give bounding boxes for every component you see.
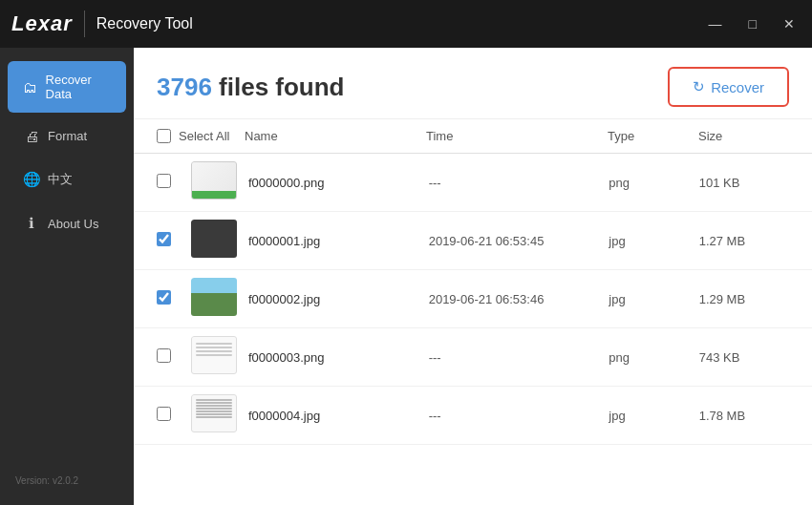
thumbnail-img bbox=[191, 278, 237, 316]
window-controls: — □ ✕ bbox=[703, 12, 801, 35]
row-type: png bbox=[609, 176, 698, 190]
sidebar-item-about[interactable]: ℹ About Us bbox=[8, 203, 126, 243]
row-4-checkbox[interactable] bbox=[157, 407, 171, 421]
row-filename: f0000001.jpg bbox=[245, 234, 429, 248]
row-type: jpg bbox=[609, 292, 698, 306]
select-all-wrap: Select All bbox=[157, 129, 243, 143]
titlebar-divider bbox=[84, 11, 85, 37]
name-col-header: Name bbox=[245, 129, 426, 143]
row-thumbnail bbox=[191, 394, 245, 436]
content-area: 3796 files found ↻ Recover Select All Na… bbox=[134, 48, 812, 505]
about-icon: ℹ bbox=[23, 215, 40, 232]
row-filename: f0000000.png bbox=[245, 176, 429, 190]
row-2-checkbox[interactable] bbox=[157, 290, 171, 305]
row-thumbnail bbox=[191, 336, 245, 378]
row-3-checkbox[interactable] bbox=[157, 348, 171, 363]
row-checkbox-col bbox=[157, 232, 191, 250]
thumbnail-img bbox=[191, 161, 237, 200]
row-time: --- bbox=[429, 350, 609, 365]
format-icon: 🖨 bbox=[23, 128, 40, 144]
main-layout: 🗂 Recover Data 🖨 Format 🌐 中文 ℹ About Us … bbox=[0, 48, 812, 505]
row-type: jpg bbox=[609, 234, 698, 248]
sidebar-spacer bbox=[0, 245, 134, 468]
table-header: Select All Name Time Type Size bbox=[134, 119, 812, 154]
row-thumbnail bbox=[191, 278, 245, 320]
recover-button-label: Recover bbox=[711, 79, 764, 95]
language-icon: 🌐 bbox=[23, 171, 40, 188]
row-filename: f0000002.jpg bbox=[245, 292, 429, 306]
recover-icon: ↻ bbox=[693, 78, 705, 95]
row-checkbox-col bbox=[157, 290, 191, 308]
content-header: 3796 files found ↻ Recover bbox=[134, 48, 812, 119]
row-size: 1.29 MB bbox=[699, 292, 789, 306]
row-thumbnail bbox=[191, 161, 245, 203]
recover-data-icon: 🗂 bbox=[23, 79, 38, 95]
row-thumbnail bbox=[191, 220, 245, 262]
sidebar-item-language[interactable]: 🌐 中文 bbox=[8, 159, 126, 200]
minimize-button[interactable]: — bbox=[703, 12, 728, 35]
files-found-label: files found bbox=[212, 73, 345, 101]
sidebar-item-label: Format bbox=[48, 129, 87, 143]
row-filename: f0000003.png bbox=[245, 350, 429, 365]
titlebar: Lexar Recovery Tool — □ ✕ bbox=[0, 0, 812, 48]
table-row: f0000000.png --- png 101 KB bbox=[134, 154, 812, 212]
row-size: 1.78 MB bbox=[699, 409, 789, 423]
row-checkbox-col bbox=[157, 407, 191, 425]
row-1-checkbox[interactable] bbox=[157, 232, 171, 246]
row-size: 101 KB bbox=[699, 176, 789, 190]
sidebar-item-label: 中文 bbox=[48, 171, 73, 188]
thumbnail-img bbox=[191, 220, 237, 258]
sidebar-item-recover-data[interactable]: 🗂 Recover Data bbox=[8, 61, 126, 113]
file-table: Select All Name Time Type Size f0000000.… bbox=[134, 119, 812, 505]
files-count: 3796 bbox=[157, 73, 212, 101]
row-size: 1.27 MB bbox=[699, 234, 789, 248]
thumbnail-img bbox=[191, 336, 237, 374]
sidebar-item-label: About Us bbox=[48, 217, 98, 231]
sidebar-item-label: Recover Data bbox=[46, 73, 111, 101]
row-time: 2019-06-21 06:53:45 bbox=[429, 234, 609, 248]
row-time: 2019-06-21 06:53:46 bbox=[429, 292, 609, 306]
sidebar-version: Version: v2.0.2 bbox=[0, 468, 134, 494]
sidebar: 🗂 Recover Data 🖨 Format 🌐 中文 ℹ About Us … bbox=[0, 48, 134, 505]
row-time: --- bbox=[429, 409, 609, 423]
time-col-header: Time bbox=[426, 129, 608, 143]
app-title: Recovery Tool bbox=[96, 15, 692, 32]
recover-button[interactable]: ↻ Recover bbox=[668, 67, 789, 107]
select-all-label: Select All bbox=[179, 129, 229, 143]
row-checkbox-col bbox=[157, 348, 191, 367]
table-row: f0000004.jpg --- jpg 1.78 MB bbox=[134, 387, 812, 445]
row-type: png bbox=[609, 350, 698, 365]
maximize-button[interactable]: □ bbox=[743, 12, 762, 35]
type-col-header: Type bbox=[608, 129, 698, 143]
files-found-title: 3796 files found bbox=[157, 73, 345, 102]
size-col-header: Size bbox=[698, 129, 789, 143]
table-row: f0000001.jpg 2019-06-21 06:53:45 jpg 1.2… bbox=[134, 212, 812, 270]
row-time: --- bbox=[429, 176, 609, 190]
row-0-checkbox[interactable] bbox=[157, 174, 171, 188]
sidebar-item-format[interactable]: 🖨 Format bbox=[8, 116, 126, 156]
table-row: f0000002.jpg 2019-06-21 06:53:46 jpg 1.2… bbox=[134, 270, 812, 328]
row-size: 743 KB bbox=[699, 350, 789, 365]
select-all-check-col: Select All bbox=[157, 129, 191, 143]
row-type: jpg bbox=[609, 409, 698, 423]
row-filename: f0000004.jpg bbox=[245, 409, 429, 423]
table-row: f0000003.png --- png 743 KB bbox=[134, 328, 812, 387]
app-logo: Lexar bbox=[11, 11, 73, 36]
thumbnail-img bbox=[191, 394, 237, 432]
row-checkbox-col bbox=[157, 174, 191, 192]
select-all-checkbox[interactable] bbox=[157, 129, 171, 143]
close-button[interactable]: ✕ bbox=[778, 12, 801, 35]
